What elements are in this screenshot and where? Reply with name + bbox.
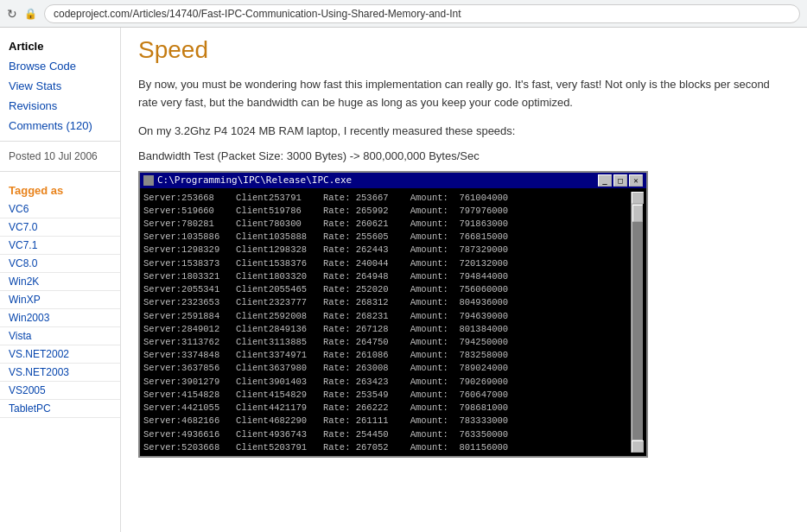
scroll-down-arrow[interactable]: ▼ [632,440,644,453]
url-bar[interactable]: codeproject.com/Articles/14740/Fast-IPC-… [44,4,800,23]
speed-paragraph: On my 3.2Ghz P4 1024 MB RAM laptop, I re… [138,124,790,137]
cmd-restore-button[interactable]: □ [613,174,627,187]
cmd-controls: _ □ ✕ [598,174,643,187]
page-heading: Speed [138,36,790,64]
cmd-title-text: C:\Programming\IPC\Release\IPC.exe [157,174,352,186]
sidebar-view-stats[interactable]: View Stats [0,76,120,96]
browser-bar: ↻ 🔒 codeproject.com/Articles/14740/Fast-… [0,0,807,28]
cmd-close-button[interactable]: ✕ [629,174,643,187]
tag-winxp[interactable]: WinXP [0,291,120,309]
sidebar-divider [0,141,120,142]
scroll-up-arrow[interactable]: ▲ [632,192,644,204]
article-section-title: Article [0,35,120,56]
cmd-output: Server:253668 Client253791 Rate: 253667 … [143,192,631,453]
sidebar-divider2 [0,171,120,172]
bandwidth-text: Bandwidth Test (Packet Size: 3000 Bytes)… [138,149,790,162]
tag-vs2005[interactable]: VS2005 [0,382,120,400]
intro-paragraph: By now, you must be wondering how fast t… [138,76,790,112]
tagged-as-title: Tagged as [0,177,120,200]
tag-win2k[interactable]: Win2K [0,273,120,291]
cmd-scrollbar[interactable]: ▲ ▼ [631,192,643,453]
sidebar-posted: Posted 10 Jul 2006 [0,147,120,166]
tag-tabletpc[interactable]: TabletPC [0,400,120,418]
sidebar-browse-code[interactable]: Browse Code [0,56,120,76]
cmd-body: Server:253668 Client253791 Rate: 253667 … [140,188,646,456]
tag-vsnet2002[interactable]: VS.NET2002 [0,345,120,364]
tag-vc80[interactable]: VC8.0 [0,255,120,273]
page-layout: Article Browse Code View Stats Revisions… [0,28,807,532]
scroll-track [632,205,643,440]
tag-vc71[interactable]: VC7.1 [0,237,120,255]
sidebar: Article Browse Code View Stats Revisions… [0,28,121,532]
lock-icon: 🔒 [24,8,37,20]
sidebar-revisions[interactable]: Revisions [0,96,120,116]
cmd-titlebar: C:\Programming\IPC\Release\IPC.exe _ □ ✕ [140,173,646,188]
sidebar-comments[interactable]: Comments (120) [0,116,120,136]
cmd-minimize-button[interactable]: _ [598,174,612,187]
cmd-window: C:\Programming\IPC\Release\IPC.exe _ □ ✕… [138,171,648,458]
refresh-icon[interactable]: ↻ [7,7,17,21]
tag-vc70[interactable]: VC7.0 [0,218,120,237]
tag-win2003[interactable]: Win2003 [0,309,120,327]
main-content: Speed By now, you must be wondering how … [121,28,807,532]
cmd-app-icon [143,175,154,186]
tag-vista[interactable]: Vista [0,327,120,345]
tag-vsnet2003[interactable]: VS.NET2003 [0,364,120,382]
scroll-thumb[interactable] [632,205,643,222]
tag-vc6[interactable]: VC6 [0,200,120,218]
cmd-title-section: C:\Programming\IPC\Release\IPC.exe [143,174,352,186]
